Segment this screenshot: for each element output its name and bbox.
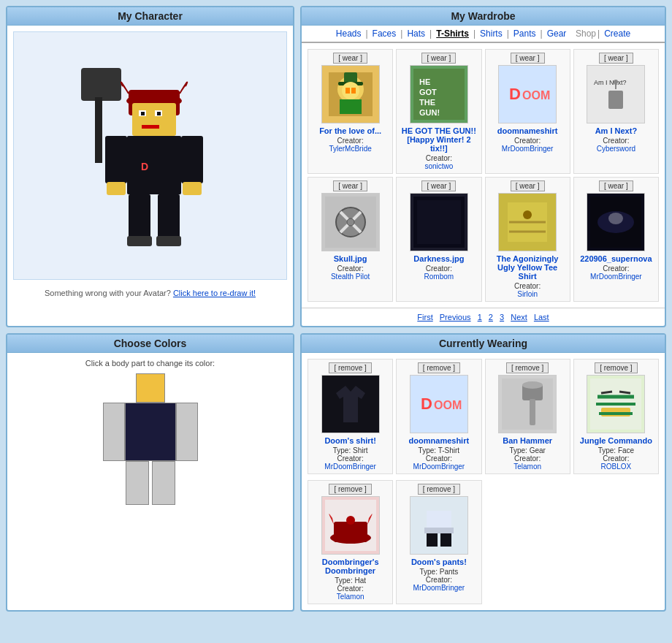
wearing-item-2: [ remove ] Ban Hammer Type: Gear Creator… [485,359,570,474]
body-right-arm-part[interactable] [176,403,198,461]
svg-rect-23 [340,99,362,114]
svg-text:GOT: GOT [419,88,437,96]
wearing-item-5: [ remove ] Doom's pants! Type: Pants Cre… [396,480,481,604]
svg-rect-18 [127,236,152,246]
body-torso-part[interactable] [125,403,176,461]
wearing-creator-0[interactable]: MrDoomBringer [324,463,376,471]
svg-text:Am I Next?: Am I Next? [594,79,627,86]
svg-point-76 [346,516,355,525]
remove-button-2[interactable]: [ remove ] [506,362,549,373]
remove-button-5[interactable]: [ remove ] [418,484,460,495]
wearing-creator-2[interactable]: Telamon [513,463,541,471]
item-name-4[interactable]: Skull.jpg [334,254,367,263]
svg-text:GUN!: GUN! [419,108,440,117]
nav-gear[interactable]: Gear [544,28,570,39]
svg-point-41 [614,80,618,84]
page-last[interactable]: Last [534,313,549,322]
item-creator-3[interactable]: Cybersword [597,145,635,153]
wearing-thumb-1: D OOM [410,375,468,433]
svg-text:THE: THE [419,98,435,107]
wearing-empty-1 [485,480,570,604]
wear-button-2[interactable]: [ wear ] [511,53,545,64]
wearing-name-1[interactable]: doomnameshirt [409,436,470,445]
nav-hats[interactable]: Hats [404,28,428,39]
svg-text:OOM: OOM [522,89,550,102]
svg-rect-4 [132,103,176,136]
svg-rect-13 [181,136,203,183]
wardrobe-item-0: [ wear ] For the love [308,49,393,174]
remove-button-1[interactable]: [ remove ] [418,362,460,373]
page-1[interactable]: 1 [478,313,482,322]
wearing-name-2[interactable]: Ban Hammer [503,436,552,445]
nav-heads[interactable]: Heads [333,28,364,39]
wardrobe-navigation: Heads | Faces | Hats | T-Shirts | Shirts… [302,26,665,43]
svg-rect-39 [608,91,623,109]
svg-rect-24 [344,72,357,83]
item-name-2[interactable]: doomnameshirt [497,126,558,135]
wearing-panel-title: Currently Wearing [302,335,665,353]
wear-button-5[interactable]: [ wear ] [421,180,456,191]
item-creator-5[interactable]: Rombom [424,273,454,281]
item-creator-7[interactable]: MrDoomBringer [590,273,642,281]
wearing-name-4[interactable]: Doombringer's Doombringer [311,558,389,575]
wearing-thumb-5 [410,496,468,555]
redraw-link[interactable]: Click here to re-draw it! [173,289,256,297]
item-thumb-3: Am I Next? [587,65,645,123]
body-head-part[interactable] [136,373,165,403]
choose-colors-panel: Choose Colors Click a body part to chang… [6,333,294,612]
wearing-name-5[interactable]: Doom's pants! [411,558,467,566]
svg-rect-15 [183,182,202,195]
colors-instruction: Click a body part to change its color: [13,359,287,368]
wearing-creator-1[interactable]: MrDoomBringer [413,463,465,471]
nav-faces[interactable]: Faces [370,28,400,39]
svg-point-56 [608,213,623,224]
svg-point-65 [522,381,543,389]
body-left-leg-part[interactable] [126,461,149,505]
item-name-5[interactable]: Darkness.jpg [413,254,464,263]
item-name-6[interactable]: The Agonizingly Ugly Yellow Tee Shirt [489,254,567,281]
body-color-template [13,373,287,505]
remove-button-0[interactable]: [ remove ] [329,362,371,373]
item-thumb-7 [587,193,645,251]
item-creator-4[interactable]: Stealth Pilot [331,273,370,281]
wearing-name-3[interactable]: Jungle Commando [580,436,652,445]
svg-rect-19 [156,236,181,246]
item-name-7[interactable]: 220906_supernova [580,254,652,263]
svg-rect-1 [95,97,102,163]
wearing-thumb-3 [587,375,645,433]
item-thumb-2: D OOM [498,65,557,123]
wear-button-4[interactable]: [ wear ] [333,180,367,191]
item-name-0[interactable]: For the love of... [319,126,381,135]
page-3[interactable]: 3 [500,313,504,322]
wear-button-7[interactable]: [ wear ] [599,180,633,191]
remove-button-3[interactable]: [ remove ] [595,362,637,373]
item-name-3[interactable]: Am I Next? [595,126,637,135]
character-display: D [13,31,287,280]
nav-create[interactable]: Create [601,28,633,39]
wear-button-6[interactable]: [ wear ] [511,180,545,191]
page-first[interactable]: First [417,313,432,322]
wear-button-0[interactable]: [ wear ] [333,53,367,64]
item-name-1[interactable]: HE GOT THE GUN!! [Happy Winter! 2 tix!!] [400,126,478,153]
item-thumb-6 [498,193,557,251]
page-prev[interactable]: Previous [440,313,471,322]
body-right-leg-part[interactable] [152,461,175,505]
wear-button-1[interactable]: [ wear ] [421,53,456,64]
remove-button-4[interactable]: [ remove ] [329,484,371,495]
wearing-thumb-0 [321,375,380,433]
wearing-name-0[interactable]: Doom's shirt! [324,436,375,445]
wear-button-3[interactable]: [ wear ] [599,53,633,64]
nav-tshirts[interactable]: T-Shirts [433,28,472,39]
item-creator-6[interactable]: Sirloin [517,290,538,298]
wearing-creator-4[interactable]: Telamon [337,593,364,601]
item-creator-0[interactable]: TylerMcBride [329,145,371,153]
page-next[interactable]: Next [511,313,527,322]
item-creator-1[interactable]: sonictwo [424,162,453,170]
page-2[interactable]: 2 [489,313,493,322]
wearing-creator-3[interactable]: ROBLOX [601,463,632,471]
nav-pants[interactable]: Pants [511,28,539,39]
item-creator-2[interactable]: MrDoomBringer [502,145,554,153]
nav-shirts[interactable]: Shirts [477,28,505,39]
body-left-arm-part[interactable] [103,403,125,461]
wearing-creator-5[interactable]: MrDoomBringer [413,584,465,592]
